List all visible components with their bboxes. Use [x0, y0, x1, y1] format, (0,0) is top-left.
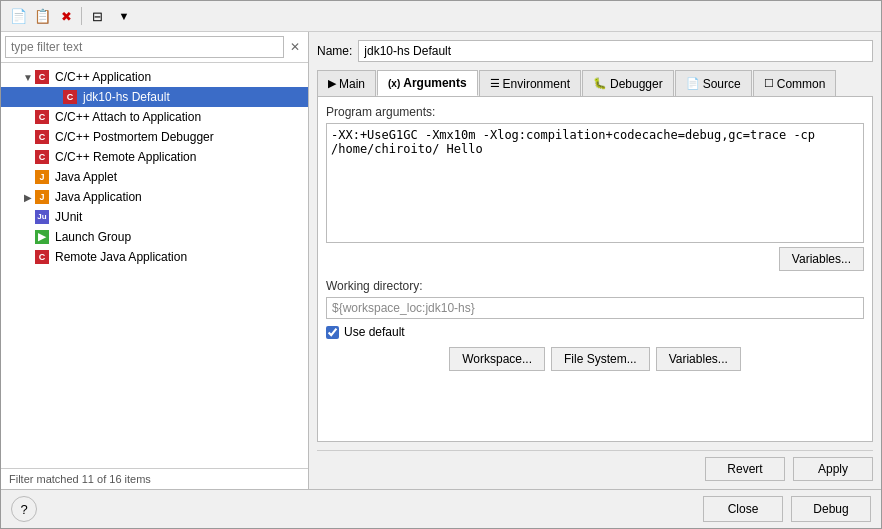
- sidebar-item-remote-java[interactable]: C Remote Java Application: [1, 247, 308, 267]
- tab-content-arguments: Program arguments: -XX:+UseG1GC -Xmx10m …: [317, 97, 873, 442]
- sidebar-item-label: Java Applet: [55, 170, 117, 184]
- name-label: Name:: [317, 44, 352, 58]
- working-dir-section: Working directory: Use default Workspace…: [326, 279, 864, 371]
- tab-environment[interactable]: ☰ Environment: [479, 70, 581, 96]
- tab-common-label: Common: [777, 77, 826, 91]
- program-args-label: Program arguments:: [326, 105, 864, 119]
- variables-btn-row: Variables...: [326, 247, 864, 271]
- sidebar-item-label: Remote Java Application: [55, 250, 187, 264]
- common-tab-icon: ☐: [764, 77, 774, 90]
- workspace-button[interactable]: Workspace...: [449, 347, 545, 371]
- filter-row: ✕: [1, 32, 308, 63]
- toolbar: 📄 📋 ✖ ⊟ ▼: [1, 1, 881, 32]
- tree: ▼ C C/C++ Application C jdk10-hs Default: [1, 63, 308, 468]
- tab-main[interactable]: ▶ Main: [317, 70, 376, 96]
- tab-debugger-label: Debugger: [610, 77, 663, 91]
- menu-button[interactable]: ▼: [110, 5, 138, 27]
- tab-environment-label: Environment: [503, 77, 570, 91]
- tab-debugger[interactable]: 🐛 Debugger: [582, 70, 674, 96]
- sidebar-item-junit[interactable]: Ju JUnit: [1, 207, 308, 227]
- use-default-checkbox[interactable]: [326, 326, 339, 339]
- source-tab-icon: 📄: [686, 77, 700, 90]
- main-content: ✕ ▼ C C/C++ Application C jdk1: [1, 32, 881, 489]
- name-row: Name:: [317, 40, 873, 62]
- sidebar-item-cpp-app-group[interactable]: ▼ C C/C++ Application: [1, 67, 308, 87]
- sidebar-item-label: C/C++ Attach to Application: [55, 110, 201, 124]
- java-app-icon: J: [35, 190, 51, 204]
- search-input[interactable]: [5, 36, 284, 58]
- variables-button[interactable]: Variables...: [779, 247, 864, 271]
- sidebar-item-java-applet[interactable]: J Java Applet: [1, 167, 308, 187]
- dialog: 📄 📋 ✖ ⊟ ▼ ✕ ▼: [0, 0, 882, 529]
- tab-arguments-label: Arguments: [403, 76, 466, 90]
- sidebar-item-label: JUnit: [55, 210, 82, 224]
- apply-button[interactable]: Apply: [793, 457, 873, 481]
- sidebar-item-cpp-postmortem[interactable]: C C/C++ Postmortem Debugger: [1, 127, 308, 147]
- sidebar-item-cpp-remote[interactable]: C C/C++ Remote Application: [1, 147, 308, 167]
- sidebar-item-jdk10-hs-default[interactable]: C jdk10-hs Default: [1, 87, 308, 107]
- sidebar-item-label: Java Application: [55, 190, 142, 204]
- expand-arrow-icon: ▶: [21, 192, 35, 203]
- tab-arguments[interactable]: (x) Arguments: [377, 70, 478, 96]
- sidebar-item-cpp-attach[interactable]: C C/C++ Attach to Application: [1, 107, 308, 127]
- working-dir-input[interactable]: [326, 297, 864, 319]
- java-applet-icon: J: [35, 170, 51, 184]
- sidebar-item-label: C/C++ Application: [55, 70, 151, 84]
- arguments-tab-icon: (x): [388, 78, 400, 89]
- junit-icon: Ju: [35, 210, 51, 224]
- sidebar-item-label: Launch Group: [55, 230, 131, 244]
- cpp-icon: C: [35, 70, 51, 84]
- file-system-button[interactable]: File System...: [551, 347, 650, 371]
- left-panel: ✕ ▼ C C/C++ Application C jdk1: [1, 32, 309, 489]
- sidebar-item-java-app[interactable]: ▶ J Java Application: [1, 187, 308, 207]
- cpp-remote-icon: C: [35, 150, 51, 164]
- program-args-textarea[interactable]: -XX:+UseG1GC -Xmx10m -Xlog:compilation+c…: [326, 123, 864, 243]
- main-tab-icon: ▶: [328, 77, 336, 90]
- tabs: ▶ Main (x) Arguments ☰ Environment 🐛 Deb…: [317, 70, 873, 97]
- toolbar-separator: [81, 7, 82, 25]
- cpp-attach-icon: C: [35, 110, 51, 124]
- cpp-postmortem-icon: C: [35, 130, 51, 144]
- revert-button[interactable]: Revert: [705, 457, 785, 481]
- use-default-label: Use default: [344, 325, 405, 339]
- close-button[interactable]: Close: [703, 496, 783, 522]
- tab-source[interactable]: 📄 Source: [675, 70, 752, 96]
- sidebar-item-label: jdk10-hs Default: [83, 90, 170, 104]
- cpp-item-icon: C: [63, 90, 79, 104]
- copy-button[interactable]: 📋: [31, 5, 53, 27]
- filter-status: Filter matched 11 of 16 items: [1, 468, 308, 489]
- environment-tab-icon: ☰: [490, 77, 500, 90]
- help-button[interactable]: ?: [11, 496, 37, 522]
- launch-group-icon: ▶: [35, 230, 51, 244]
- working-dir-label: Working directory:: [326, 279, 864, 293]
- tab-main-label: Main: [339, 77, 365, 91]
- filter-button[interactable]: ⊟: [86, 5, 108, 27]
- bottom-action-row: Revert Apply: [317, 450, 873, 481]
- sidebar-item-label: C/C++ Remote Application: [55, 150, 196, 164]
- remote-java-icon: C: [35, 250, 51, 264]
- tab-source-label: Source: [703, 77, 741, 91]
- help-icon: ?: [20, 502, 27, 517]
- tab-common[interactable]: ☐ Common: [753, 70, 837, 96]
- dialog-footer: ? Close Debug: [1, 489, 881, 528]
- right-panel: Name: ▶ Main (x) Arguments ☰ Environment: [309, 32, 881, 489]
- sidebar-item-launch-group[interactable]: ▶ Launch Group: [1, 227, 308, 247]
- variables-button2[interactable]: Variables...: [656, 347, 741, 371]
- debugger-tab-icon: 🐛: [593, 77, 607, 90]
- sidebar-item-label: C/C++ Postmortem Debugger: [55, 130, 214, 144]
- new-button[interactable]: 📄: [7, 5, 29, 27]
- dir-buttons-row: Workspace... File System... Variables...: [326, 347, 864, 371]
- use-default-row: Use default: [326, 325, 864, 339]
- footer-buttons: Close Debug: [703, 496, 871, 522]
- expand-arrow-icon: ▼: [21, 72, 35, 83]
- name-input[interactable]: [358, 40, 873, 62]
- debug-button[interactable]: Debug: [791, 496, 871, 522]
- filter-clear-button[interactable]: ✕: [286, 38, 304, 56]
- delete-button[interactable]: ✖: [55, 5, 77, 27]
